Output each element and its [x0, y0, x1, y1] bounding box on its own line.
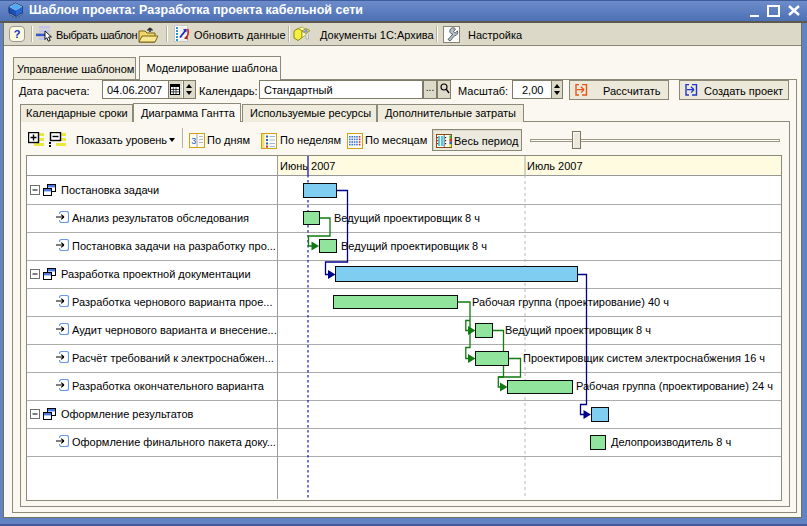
svg-text:3: 3 [191, 136, 196, 146]
